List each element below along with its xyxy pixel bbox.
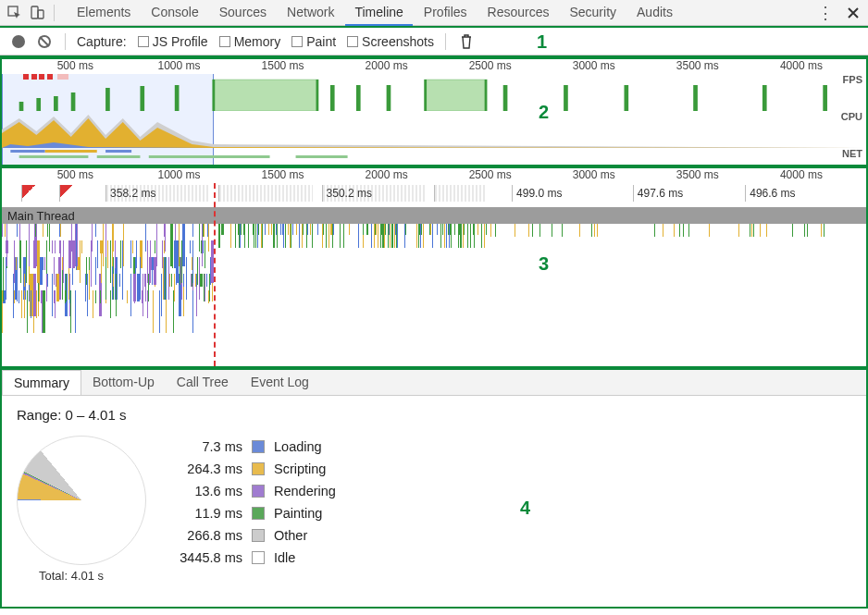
details-tab-bottom-up[interactable]: Bottom-Up bbox=[81, 370, 166, 395]
panel-tab-resources[interactable]: Resources bbox=[478, 0, 559, 26]
fps-lane: FPS bbox=[2, 74, 866, 111]
legend-row-other: 266.8 msOther bbox=[168, 524, 336, 547]
devtools-tabbar: ElementsConsoleSourcesNetworkTimelinePro… bbox=[0, 0, 868, 26]
panel-tabs: ElementsConsoleSourcesNetworkTimelinePro… bbox=[68, 0, 812, 26]
frame-segment[interactable]: 499.0 ms bbox=[512, 185, 615, 202]
svg-rect-3 bbox=[19, 102, 24, 111]
ruler-tick: 2500 ms bbox=[469, 59, 512, 72]
record-button-icon[interactable] bbox=[9, 32, 28, 51]
ruler-tick: 4000 ms bbox=[780, 168, 823, 181]
ruler-tick: 3500 ms bbox=[676, 59, 719, 72]
clear-recording-icon[interactable] bbox=[35, 32, 54, 51]
device-mode-icon[interactable] bbox=[28, 4, 46, 22]
main-thread-header[interactable]: Main Thread bbox=[2, 207, 866, 224]
svg-rect-25 bbox=[97, 155, 141, 158]
details-tab-summary[interactable]: Summary bbox=[2, 370, 81, 395]
cpu-lane: CPU bbox=[2, 111, 866, 148]
frames-row: 358.2 ms350.2 ms499.0 ms497.6 ms496.6 ms bbox=[2, 185, 866, 203]
summary-legend: 7.3 msLoading264.3 msScripting13.6 msRen… bbox=[168, 436, 336, 569]
capture-label: Capture: bbox=[77, 34, 127, 49]
details-tab-call-tree[interactable]: Call Tree bbox=[166, 370, 240, 395]
frame-segment[interactable] bbox=[434, 185, 486, 202]
capture-controls: Capture: JS ProfileMemoryPaintScreenshot… bbox=[0, 28, 868, 55]
svg-rect-13 bbox=[387, 85, 391, 111]
frame-segment[interactable]: 496.6 ms bbox=[745, 185, 840, 202]
ruler-tick: 1500 ms bbox=[262, 168, 304, 181]
svg-rect-24 bbox=[19, 155, 89, 158]
panel-tab-elements[interactable]: Elements bbox=[68, 0, 140, 26]
ruler-tick: 3000 ms bbox=[573, 59, 615, 72]
capture-option-screenshots[interactable]: Screenshots bbox=[347, 34, 434, 49]
frame-segment[interactable]: 497.6 ms bbox=[633, 185, 728, 202]
panel-tab-timeline[interactable]: Timeline bbox=[345, 0, 412, 26]
capture-option-js-profile[interactable]: JS Profile bbox=[138, 34, 208, 49]
net-lane-label: NET bbox=[842, 148, 862, 159]
svg-rect-11 bbox=[330, 85, 335, 111]
frame-segment[interactable]: 350.2 ms bbox=[322, 185, 426, 202]
capture-option-paint[interactable]: Paint bbox=[291, 34, 336, 49]
svg-rect-14 bbox=[426, 80, 486, 111]
panel-tab-security[interactable]: Security bbox=[560, 0, 626, 26]
ruler-tick: 2000 ms bbox=[366, 59, 408, 72]
ruler-tick: 1000 ms bbox=[157, 168, 200, 181]
summary-pie-chart bbox=[17, 436, 146, 565]
summary-body: Range: 0 – 4.01 s Total: 4.01 s 7.3 msLo… bbox=[2, 396, 866, 607]
svg-rect-20 bbox=[823, 85, 827, 111]
svg-rect-21 bbox=[10, 150, 44, 153]
kebab-menu-icon[interactable]: ⋮ bbox=[816, 4, 835, 22]
frame-segment[interactable] bbox=[218, 185, 314, 202]
ruler-tick: 3000 ms bbox=[573, 168, 615, 181]
inspect-element-icon[interactable] bbox=[6, 4, 24, 22]
svg-rect-26 bbox=[149, 155, 270, 158]
svg-rect-12 bbox=[356, 85, 361, 111]
close-icon[interactable] bbox=[844, 4, 862, 22]
details-pane: SummaryBottom-UpCall TreeEvent Log Range… bbox=[0, 368, 868, 609]
svg-rect-27 bbox=[296, 155, 348, 158]
fps-lane-label: FPS bbox=[843, 74, 862, 85]
ruler-tick: 4000 ms bbox=[780, 59, 823, 72]
overview-pane[interactable]: 500 ms1000 ms1500 ms2000 ms2500 ms3000 m… bbox=[0, 57, 868, 166]
svg-rect-8 bbox=[140, 86, 144, 111]
legend-row-loading: 7.3 msLoading bbox=[168, 436, 336, 458]
flame-tracks[interactable] bbox=[2, 224, 866, 366]
flame-ruler: 500 ms1000 ms1500 ms2000 ms2500 ms3000 m… bbox=[2, 168, 866, 183]
details-tabs: SummaryBottom-UpCall TreeEvent Log bbox=[2, 370, 866, 396]
frame-segment[interactable] bbox=[21, 185, 43, 202]
panel-tab-sources[interactable]: Sources bbox=[210, 0, 276, 26]
ruler-tick: 3500 ms bbox=[676, 168, 719, 181]
net-lane: NET bbox=[2, 148, 866, 165]
svg-rect-5 bbox=[54, 96, 58, 111]
svg-rect-10 bbox=[214, 80, 317, 111]
svg-rect-2 bbox=[38, 10, 43, 18]
ruler-tick: 1000 ms bbox=[157, 59, 200, 72]
svg-rect-23 bbox=[105, 150, 131, 153]
details-tab-event-log[interactable]: Event Log bbox=[240, 370, 320, 395]
legend-row-painting: 11.9 msPainting bbox=[168, 502, 336, 524]
svg-rect-9 bbox=[175, 85, 180, 111]
ruler-tick: 1500 ms bbox=[262, 59, 304, 72]
svg-rect-19 bbox=[763, 85, 767, 111]
legend-row-rendering: 13.6 msRendering bbox=[168, 480, 336, 502]
garbage-collect-icon[interactable] bbox=[457, 32, 476, 51]
legend-row-scripting: 264.3 msScripting bbox=[168, 458, 336, 480]
frame-segment[interactable] bbox=[59, 185, 81, 202]
svg-rect-4 bbox=[36, 98, 41, 111]
panel-tab-profiles[interactable]: Profiles bbox=[415, 0, 477, 26]
range-text: Range: 0 – 4.01 s bbox=[17, 407, 851, 423]
svg-rect-22 bbox=[45, 150, 97, 153]
capture-controls-region: Capture: JS ProfileMemoryPaintScreenshot… bbox=[0, 26, 868, 57]
capture-option-memory[interactable]: Memory bbox=[219, 34, 281, 49]
frame-segment[interactable]: 358.2 ms bbox=[105, 185, 209, 202]
svg-rect-18 bbox=[693, 85, 698, 111]
ruler-tick: 2500 ms bbox=[469, 168, 512, 181]
svg-rect-16 bbox=[564, 85, 568, 111]
ruler-tick: 500 ms bbox=[57, 168, 93, 181]
flame-chart-pane[interactable]: 500 ms1000 ms1500 ms2000 ms2500 ms3000 m… bbox=[0, 166, 868, 368]
overview-ruler: 500 ms1000 ms1500 ms2000 ms2500 ms3000 m… bbox=[2, 59, 866, 74]
panel-tab-network[interactable]: Network bbox=[278, 0, 343, 26]
svg-rect-7 bbox=[105, 88, 110, 111]
legend-row-idle: 3445.8 msIdle bbox=[168, 547, 336, 569]
panel-tab-console[interactable]: Console bbox=[142, 0, 207, 26]
panel-tab-audits[interactable]: Audits bbox=[627, 0, 682, 26]
total-text: Total: 4.01 s bbox=[39, 569, 146, 583]
